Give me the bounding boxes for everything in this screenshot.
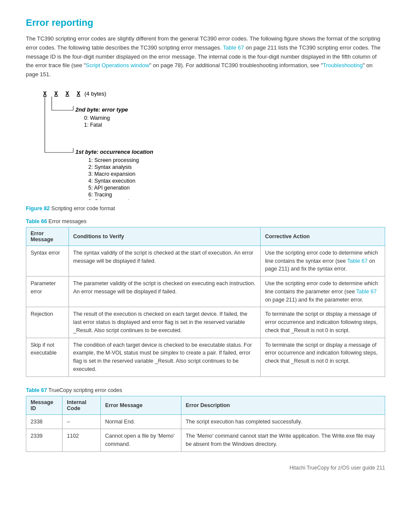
corrective-parameter: Use the scripting error code to determin… (261, 277, 385, 307)
table67-title: TrueCopy scripting error codes (48, 387, 122, 393)
error-parameter: Parameter error (26, 277, 69, 307)
error-skip: Skip if not executable (26, 338, 69, 376)
script-ops-link[interactable]: Script Operations window (86, 62, 149, 68)
conditions-syntax: The syntax validity of the script is che… (68, 246, 260, 276)
svg-text:2nd byte: error type: 2nd byte: error type (75, 106, 128, 113)
svg-text:9: Other processing: 9: Other processing (88, 199, 135, 200)
msg-id-2339: 2339 (26, 429, 62, 452)
svg-text:4: Syntax execution: 4: Syntax execution (88, 178, 135, 184)
table66-header-row: Error Message Conditions to Verify Corre… (26, 227, 385, 246)
error-desc-2339: The 'Memo' command cannot start the Writ… (181, 429, 385, 452)
table67-link-2[interactable]: Table 67 (356, 289, 377, 295)
error-messages-table: Error Message Conditions to Verify Corre… (26, 227, 385, 377)
intro-text3: " on page 78). For additional TC390 trou… (149, 62, 323, 68)
col-error-message: Error Message (26, 227, 69, 246)
svg-text:3: Macro expansion: 3: Macro expansion (88, 171, 135, 177)
svg-text:0: Warning: 0: Warning (84, 115, 110, 121)
svg-text:1st byte: occurrence location: 1st byte: occurrence location (75, 149, 153, 155)
conditions-parameter: The parameter validity of the script is … (68, 277, 260, 307)
table66-number: Table 66 (26, 218, 47, 224)
figure-caption-text: Scripting error code format (51, 205, 115, 212)
col-conditions: Conditions to Verify (68, 227, 260, 246)
error-syntax: Syntax error (26, 246, 69, 276)
table-row: Skip if not executable The condition of … (26, 338, 385, 376)
error-msg-2338: Normal End. (101, 414, 181, 429)
error-desc-2338: The script execution has completed succe… (181, 414, 385, 429)
table67-link-intro[interactable]: Table 67 (223, 44, 244, 51)
corrective-skip: To terminate the script or display a mes… (261, 338, 385, 376)
conditions-skip: The condition of each target device is c… (68, 338, 260, 376)
svg-text:X: X (65, 90, 69, 97)
svg-text:1: Screen processing: 1: Screen processing (88, 157, 139, 163)
internal-code-2339: 1102 (62, 429, 101, 452)
col-err-description: Error Description (181, 396, 385, 414)
svg-text:(4 bytes): (4 bytes) (84, 90, 106, 97)
svg-text:X: X (54, 90, 58, 97)
conditions-rejection: The result of the execution is checked o… (68, 307, 260, 338)
table66-title: Error messages (49, 218, 87, 224)
figure-caption: Figure 82 Scripting error code format (26, 205, 385, 212)
corrective-rejection: To terminate the script or display a mes… (261, 307, 385, 338)
svg-text:2: Syntax analysis: 2: Syntax analysis (88, 164, 132, 170)
table67-label: Table 67 TrueCopy scripting error codes (26, 387, 385, 393)
footer-text: Hitachi TrueCopy for z/OS user guide 211 (290, 465, 385, 471)
col-msg-id: Message ID (26, 396, 62, 414)
table67-link-1[interactable]: Table 67 (347, 258, 367, 264)
table66-label: Table 66 Error messages (26, 218, 385, 224)
truecopy-errors-table: Message ID Internal Code Error Message E… (26, 396, 385, 452)
table67-number: Table 67 (26, 387, 47, 393)
table-row: Syntax error The syntax validity of the … (26, 246, 385, 276)
table-row: 2339 1102 Cannot open a file by 'Memo' c… (26, 429, 385, 452)
page-footer: Hitachi TrueCopy for z/OS user guide 211 (26, 465, 385, 471)
error-code-diagram: X X X X (4 bytes) 2nd byte: error type 0… (39, 88, 385, 201)
table-row: Parameter error The parameter validity o… (26, 277, 385, 307)
troubleshooting-link[interactable]: Troubleshooting (323, 62, 363, 68)
figure-label: Figure 82 (26, 205, 50, 212)
col-err-message: Error Message (101, 396, 181, 414)
error-msg-2339: Cannot open a file by 'Memo' command. (101, 429, 181, 452)
table67-header-row: Message ID Internal Code Error Message E… (26, 396, 385, 414)
svg-text:X: X (43, 90, 47, 97)
page-title: Error reporting (26, 17, 385, 28)
internal-code-2338: – (62, 414, 101, 429)
col-internal-code: Internal Code (62, 396, 101, 414)
svg-text:X: X (77, 90, 81, 97)
corrective-syntax: Use the scripting error code to determin… (261, 246, 385, 276)
svg-text:6: Tracing: 6: Tracing (88, 192, 112, 198)
table-row: 2338 – Normal End. The script execution … (26, 414, 385, 429)
error-rejection: Rejection (26, 307, 69, 338)
table-row: Rejection The result of the execution is… (26, 307, 385, 338)
intro-paragraph: The TC390 scripting error codes are slig… (26, 34, 385, 79)
msg-id-2338: 2338 (26, 414, 62, 429)
col-corrective: Corrective Action (261, 227, 385, 246)
svg-text:5: API generation: 5: API generation (88, 185, 130, 191)
svg-text:1: Fatal: 1: Fatal (84, 122, 102, 128)
